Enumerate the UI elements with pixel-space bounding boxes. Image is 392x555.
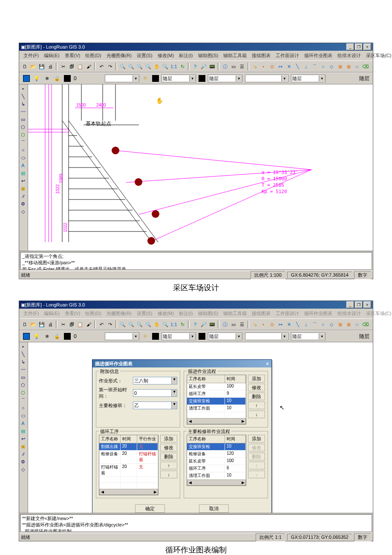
tool-c-icon[interactable]: ⊙: [268, 321, 276, 328]
menu-view[interactable]: 查看(V): [62, 309, 83, 318]
new-icon[interactable]: 🗋: [21, 321, 29, 328]
zoom-realtime-icon[interactable]: 🔍: [144, 321, 152, 328]
tool-i-icon[interactable]: ○: [319, 63, 327, 70]
layer-select[interactable]: ▼: [105, 75, 139, 82]
down-button[interactable]: ↓: [248, 471, 265, 478]
dialog-close-button[interactable]: ×: [266, 361, 269, 366]
menu-edit[interactable]: 编辑(E): [41, 309, 62, 318]
canvas[interactable]: 1500 2400 1022 1989 1022 基本轨起点 α = 19°33…: [28, 84, 373, 251]
menu-modify[interactable]: 修改(M): [155, 309, 177, 318]
refresh-icon[interactable]: ↻: [179, 321, 186, 328]
layer-mgr-icon[interactable]: 🏳: [142, 75, 150, 82]
linetype-select[interactable]: ▼: [208, 332, 242, 340]
line-icon[interactable]: ╲: [20, 351, 26, 358]
tool-b-icon[interactable]: •: [259, 321, 267, 328]
linetype-select[interactable]: ▼: [208, 75, 242, 82]
menu-continue[interactable]: 接续图表: [249, 52, 273, 60]
menu-toolbox[interactable]: 辅助工具箱: [221, 52, 249, 60]
text-icon[interactable]: A: [20, 420, 26, 427]
color-select[interactable]: ▼: [161, 332, 196, 340]
down-button[interactable]: ↓: [160, 471, 177, 478]
tool-i-icon[interactable]: ○: [319, 321, 327, 328]
menu-toolbox[interactable]: 辅助工具箱: [221, 309, 249, 318]
layer-freeze-icon[interactable]: ❄: [43, 332, 51, 340]
spline-icon[interactable]: 〰: [20, 108, 26, 115]
maint-table[interactable]: 工序名称时间 交接班安检10 检修设备120 延长皮带100 循环工序6 清理工…: [187, 435, 246, 486]
tool-j-icon[interactable]: ◇: [328, 63, 335, 70]
modify-button[interactable]: 修改: [248, 444, 265, 451]
tool-c-icon[interactable]: ⊙: [268, 63, 276, 70]
maximize-button[interactable]: ❐: [355, 43, 363, 50]
layer-light-icon[interactable]: 💡: [33, 75, 40, 82]
menu-raster[interactable]: 光栅图像(R): [104, 309, 134, 318]
tool-f-icon[interactable]: ╲: [294, 63, 301, 70]
props-icon[interactable]: ☰: [238, 321, 246, 328]
check-select[interactable]: ▼: [133, 402, 177, 409]
color-input[interactable]: [162, 75, 189, 81]
flow-table[interactable]: 工序名称时间 延长皮带100 循环工序9 交接班安检10 清理工作面10 ◀▶: [187, 375, 246, 425]
block-icon[interactable]: ▣: [20, 185, 26, 192]
polygon-icon[interactable]: ⬠: [20, 124, 26, 130]
polygon-icon[interactable]: ⬠: [20, 382, 26, 388]
line-icon[interactable]: ╲: [20, 93, 26, 100]
note-icon[interactable]: ▤: [20, 428, 26, 434]
rect-icon[interactable]: ▭: [20, 374, 26, 381]
calc-icon[interactable]: 📟: [208, 63, 216, 70]
tool-int-icon[interactable]: ∩: [353, 321, 361, 328]
add-button[interactable]: 添加: [248, 375, 265, 382]
tool-b-icon[interactable]: •: [259, 63, 267, 70]
ok-button[interactable]: 确定: [135, 504, 165, 513]
open-icon[interactable]: 📂: [29, 63, 37, 70]
tool-h-icon[interactable]: ⌒: [311, 321, 318, 328]
color-swatch[interactable]: [23, 75, 30, 82]
return-icon[interactable]: ↩: [20, 435, 26, 442]
menu-file[interactable]: 文件(F): [21, 309, 41, 318]
command-text[interactable]: **新建文件<新建/new>** **掘进循环作业图表<掘进循环作业图表/dig…: [20, 514, 372, 532]
zoom-in-icon[interactable]: 🔍: [127, 63, 135, 70]
layer-icon[interactable]: ▭: [230, 63, 237, 70]
mode-select[interactable]: ▼: [133, 377, 177, 384]
arrow-icon[interactable]: ↳: [20, 101, 26, 107]
zoom-in-icon[interactable]: 🔍: [127, 321, 135, 328]
props-icon[interactable]: ☰: [238, 63, 246, 70]
delete-button[interactable]: 删除: [248, 453, 265, 460]
canvas[interactable]: 掘进循环作业图表 × 附加信息 作业形式： ▼ 第一班开始时间：: [28, 342, 373, 513]
tool-g-icon[interactable]: ⟂: [302, 63, 310, 70]
linetype-swatch[interactable]: [199, 333, 205, 340]
zoom-extents-icon[interactable]: 🔍: [161, 321, 169, 328]
menu-cycle[interactable]: 循环作业图表: [302, 52, 335, 60]
up-button[interactable]: ↑: [160, 462, 177, 469]
down-button[interactable]: ↓: [248, 410, 265, 418]
add-button[interactable]: 添加: [248, 435, 265, 442]
command-text[interactable]: _请指定第一个角点; _**移动视图<漫游/pan>** 按 Esc 或 Ent…: [20, 252, 372, 270]
copy-icon[interactable]: 🗐: [68, 63, 75, 70]
layer-color-icon[interactable]: [63, 332, 71, 340]
color-current[interactable]: [152, 75, 159, 82]
grid1-icon[interactable]: ⊞: [336, 321, 344, 328]
rect-icon[interactable]: ▭: [20, 116, 26, 123]
linetype-input[interactable]: [208, 333, 236, 339]
tool-a-icon[interactable]: ↘: [251, 63, 259, 70]
menu-edit[interactable]: 编辑(E): [41, 52, 62, 60]
redo-icon[interactable]: ↷: [106, 63, 114, 70]
tool-clr-icon[interactable]: ⌫: [362, 321, 369, 328]
print-icon[interactable]: 🖨: [46, 321, 54, 328]
delete-button[interactable]: 删除: [160, 453, 177, 460]
paste-icon[interactable]: 📋: [76, 321, 84, 328]
tool-h-icon[interactable]: ⌒: [311, 63, 318, 70]
ellipse-icon[interactable]: ⬭: [20, 154, 26, 161]
help-icon[interactable]: ?: [191, 321, 199, 328]
style-input[interactable]: [291, 333, 319, 339]
zoom-out-icon[interactable]: 🔍: [136, 321, 144, 328]
info-icon[interactable]: ⓘ: [221, 321, 229, 328]
arc-icon[interactable]: ⌒: [20, 139, 26, 146]
layer-icon[interactable]: ▭: [230, 321, 237, 328]
help-icon[interactable]: ?: [191, 63, 199, 70]
brush-icon[interactable]: 🖌: [85, 63, 92, 70]
color-current[interactable]: [152, 333, 159, 340]
zoom-out-icon[interactable]: 🔍: [136, 63, 144, 70]
style-select[interactable]: ▼: [291, 332, 326, 340]
menu-annotate[interactable]: 标注(I): [176, 52, 195, 60]
calc-icon[interactable]: 📟: [208, 321, 216, 328]
tool-a-icon[interactable]: ↘: [251, 321, 259, 328]
